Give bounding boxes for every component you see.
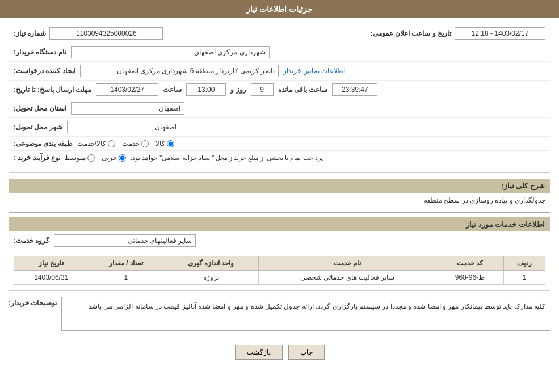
purchase-type-label: نوع فرآیند خرید : [14,154,60,162]
back-button[interactable]: بازگشت [235,345,283,360]
reply-time-value: 13:00 [186,83,226,96]
service-group-label: گروه خدمت: [14,237,49,245]
purchase-type-radio2-input[interactable] [87,154,95,162]
content-area: شماره نیاز: 1103094325000026 تاریخ و ساع… [0,18,559,374]
buyer-org-value: شهرداری مرکزی اصفهان [71,46,270,58]
reply-days-value: 9 [251,83,274,96]
col-header-qty: تعداد / مقدار [89,256,163,271]
purchase-type-radio2-label: متوسط [65,154,86,162]
category-radio-khadamat[interactable]: خدمت [122,140,149,147]
creator-value: ناصر کریمی کاربردار منطقه 6 شهرداری مرکز… [80,65,279,77]
reply-remaining-value: 23:39:47 [332,83,377,96]
need-description-label: شرح کلی نیاز: [501,182,545,190]
category-radio-group: کالا/خدمت خدمت کالا [77,140,174,147]
services-table-container: ردیف کد خدمت نام خدمت واحد اندازه گیری [9,250,550,290]
purchase-type-radio-medium[interactable]: متوسط [65,154,95,162]
reply-time-label: ساعت [163,86,182,94]
main-info-section: شماره نیاز: 1103094325000026 تاریخ و ساع… [9,24,550,173]
need-description-value: جدولگذاری و پیاده روسازی در سطح منطقه [424,196,545,204]
purchase-type-radio1-input[interactable] [119,154,126,162]
buyer-org-label: نام دستگاه خریدار: [14,48,66,56]
page-header: جزئیات اطلاعات نیاز [0,0,559,18]
cell-code: ط-96-960 [436,271,503,285]
cell-unit: پروژه [163,271,258,285]
purchase-type-radio-group: متوسط جزیی [65,154,126,162]
services-section-header: اطلاعات خدمات مورد نیاز [9,217,550,231]
category-radio3-label: کالا/خدمت [77,140,106,147]
buyer-notes-text: کلیه مدارک باید توسط پیمانکار مهر و امضا… [89,302,545,310]
category-radio-kala[interactable]: کالا [155,140,174,147]
reply-days-label: روز و [230,86,246,94]
purchase-type-radio-partial[interactable]: جزیی [102,154,126,162]
category-radio1-input[interactable] [167,140,174,147]
need-number-value: 1103094325000026 [49,27,163,40]
services-title: اطلاعات خدمات مورد نیاز [466,220,545,229]
category-radio2-label: خدمت [122,140,140,147]
category-radio3-input[interactable] [108,140,115,147]
need-number-label: شماره نیاز: [14,29,46,37]
col-header-date: تاریخ نیاز [14,256,89,271]
category-label: طبقه بندی موضوعی: [14,140,73,147]
category-radio2-input[interactable] [141,140,149,147]
delivery-province-value: اصفهان [71,102,184,115]
col-header-row: ردیف [503,256,545,271]
cell-row-num: 1 [503,271,545,285]
need-description-section-header: شرح کلی نیاز: [9,179,550,193]
delivery-city-label: شهر محل تحویل: [14,123,62,131]
service-group-value: سایر فعالیتهای خدماتی [54,234,196,247]
delivery-province-label: استان محل تحویل: [14,104,66,112]
reply-deadline-label: مهلت ارسال پاسخ: تا تاریخ: [14,86,91,94]
cell-name: سایر فعالیت های خدماتی شخصی [259,271,436,285]
purchase-type-note: پرداخت تمام یا بخشی از مبلغ خریداز محل "… [131,154,323,162]
reply-date-value: 1403/02/27 [96,83,158,96]
reply-remaining-label: ساعت باقی مانده [278,86,328,94]
col-header-name: نام خدمت [259,256,436,271]
category-radio1-label: کالا [155,140,165,147]
print-button[interactable]: چاپ [288,345,325,360]
creator-label: ایجاد کننده درخواست: [14,67,75,75]
buyer-notes-box: کلیه مدارک باید توسط پیمانکار مهر و امضا… [61,297,550,331]
button-bar: بازگشت چاپ [9,336,550,368]
buyer-notes-label: توضیحات خریدار: [9,297,57,307]
contact-link[interactable]: اطلاعات تماس خریدار [283,67,346,75]
col-header-code: کد خدمت [436,256,503,271]
announce-date-value: 1403/02/17 - 12:18 [455,27,545,40]
cell-quantity: 1 [89,271,163,285]
table-row: 1 ط-96-960 سایر فعالیت های خدماتی شخصی پ… [14,271,545,285]
services-table: ردیف کد خدمت نام خدمت واحد اندازه گیری [14,256,545,285]
need-description-area: جدولگذاری و پیاده روسازی در سطح منطقه [9,193,550,213]
purchase-type-radio1-label: جزیی [102,154,117,162]
announce-date-label: تاریخ و ساعت اعلان عمومی: [371,29,451,37]
cell-date: 1403/06/31 [14,271,89,285]
col-header-unit: واحد اندازه گیری [163,256,258,271]
page-title: جزئیات اطلاعات نیاز [246,5,313,14]
delivery-city-value: اصفهان [67,121,180,133]
buyer-notes-container: توضیحات خریدار: کلیه مدارک باید توسط پیم… [9,297,550,331]
services-info-section: گروه خدمت: سایر فعالیتهای خدماتی ردیف کد… [9,231,550,291]
page-container: جزئیات اطلاعات نیاز شماره نیاز: 11030943… [0,0,559,392]
category-radio-kala-khadamat[interactable]: کالا/خدمت [77,140,115,147]
